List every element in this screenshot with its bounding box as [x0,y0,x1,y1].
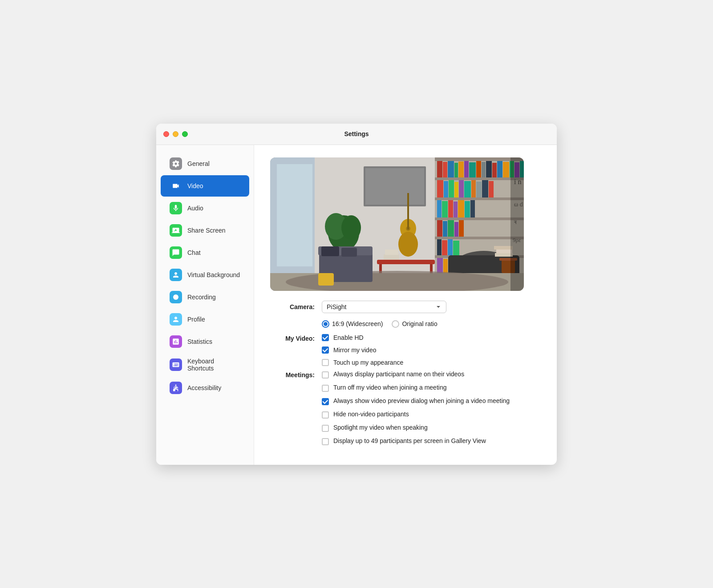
svg-rect-83 [495,253,513,257]
svg-rect-55 [453,241,459,255]
svg-rect-35 [464,181,471,197]
svg-rect-42 [448,200,453,217]
svg-rect-51 [459,220,464,237]
check-label-mirror: Mirror my video [333,346,376,354]
sidebar-item-keyboard-shortcuts[interactable]: Keyboard Shortcuts [161,353,249,376]
svg-rect-5 [277,164,312,266]
svg-rect-33 [454,182,458,197]
svg-rect-70 [407,193,409,230]
radio-label-original: Original ratio [402,320,437,327]
sidebar-item-label-profile: Profile [187,316,205,323]
svg-rect-19 [464,161,469,177]
svg-rect-89 [510,157,524,291]
meetings-option-spotlight: Spotlight my video when speaking [322,424,510,432]
camera-row: Camera: PiSight [270,301,541,313]
sidebar-item-label-virtual-background: Virtual Background [187,271,240,278]
svg-rect-36 [471,180,476,197]
svg-rect-60 [365,168,424,205]
sidebar: GeneralVideoAudioShare ScreenChatVirtual… [156,145,254,465]
sidebar-item-profile[interactable]: Profile [161,309,249,330]
sidebar-item-label-chat: Chat [187,249,201,256]
keyboard-shortcuts-icon [170,358,182,371]
minimize-button[interactable] [173,131,178,137]
sidebar-item-label-accessibility: Accessibility [187,384,221,391]
share-screen-icon [170,224,182,237]
sidebar-item-audio[interactable]: Audio [161,197,249,219]
check-label-enable-hd: Enable HD [333,334,364,341]
check-label-touch-up: Touch up my appearance [333,359,403,366]
accessibility-icon [170,382,182,394]
svg-text:ৰ: ৰ [514,219,517,226]
chat-icon [170,246,182,259]
profile-icon [170,313,182,326]
svg-rect-20 [469,162,476,177]
svg-rect-17 [454,163,458,177]
sidebar-item-chat[interactable]: Chat [161,242,249,263]
sidebar-item-accessibility[interactable]: Accessibility [161,377,249,399]
radio-label-widescreen: 16:9 (Widescreen) [332,320,383,327]
svg-text:i n: i n [514,178,521,185]
svg-rect-23 [486,161,492,177]
meetings-option-hide-nonvideo: Hide non-video participants [322,411,510,419]
checkbox-touch-up[interactable] [322,359,329,366]
checkbox-enable-hd[interactable] [322,334,329,341]
sidebar-item-label-keyboard-shortcuts: Keyboard Shortcuts [187,358,240,372]
svg-rect-30 [437,180,443,197]
svg-rect-82 [318,273,334,286]
sidebar-item-virtual-background[interactable]: Virtual Background [161,264,249,286]
checkbox-mirror[interactable] [322,346,329,354]
sidebar-item-label-recording: Recording [187,294,216,301]
svg-rect-43 [454,201,458,217]
svg-rect-16 [448,161,454,177]
close-button[interactable] [163,131,169,137]
svg-rect-84 [496,250,512,253]
checkbox-turn-off-video[interactable] [322,385,329,392]
camera-select[interactable]: PiSight [322,301,446,313]
sidebar-item-general[interactable]: General [161,153,249,174]
svg-rect-50 [454,222,458,237]
ratio-option-original[interactable]: Original ratio [392,320,437,328]
ratio-option-widescreen[interactable]: 16:9 (Widescreen) [322,320,383,328]
check-label-gallery-49: Display up to 49 participants per screen… [333,437,486,444]
checkbox-hide-nonvideo[interactable] [322,411,329,419]
camera-preview: i n ω d ৰ 9ρε [270,157,524,291]
recording-icon [170,291,182,303]
checkbox-display-name[interactable] [322,371,329,379]
sidebar-item-statistics[interactable]: Statistics [161,331,249,352]
sidebar-item-share-screen[interactable]: Share Screen [161,220,249,241]
svg-rect-52 [437,239,442,255]
svg-rect-26 [503,162,509,177]
sidebar-item-recording[interactable]: Recording [161,286,249,308]
ratio-row: 16:9 (Widescreen)Original ratio [322,320,541,328]
sidebar-item-label-share-screen: Share Screen [187,227,226,234]
maximize-button[interactable] [182,131,188,137]
svg-text:9ρε: 9ρε [513,237,521,243]
svg-point-71 [406,226,410,231]
svg-rect-49 [448,220,454,237]
sidebar-item-video[interactable]: Video [161,175,249,197]
check-label-spotlight: Spotlight my video when speaking [333,424,428,431]
meetings-option-display-name: Always display participant name on their… [322,371,510,379]
svg-rect-44 [458,200,464,217]
checkbox-show-preview[interactable] [322,398,329,405]
titlebar: Settings [156,124,557,145]
window-title: Settings [344,130,369,137]
audio-icon [170,202,182,214]
general-icon [170,157,182,170]
video-icon [170,180,182,192]
sidebar-item-label-general: General [187,160,210,167]
svg-rect-39 [489,181,494,197]
my-video-option-enable-hd: Enable HD [322,334,403,341]
svg-point-75 [341,215,361,240]
svg-rect-66 [384,254,399,260]
statistics-icon [170,335,182,348]
checkbox-spotlight[interactable] [322,425,329,432]
svg-rect-56 [437,258,443,273]
svg-rect-46 [470,200,475,217]
checkbox-gallery-49[interactable] [322,438,329,445]
svg-rect-40 [437,200,442,217]
svg-point-1 [175,384,177,386]
svg-rect-38 [482,180,488,197]
my-video-option-touch-up: Touch up my appearance [322,359,403,366]
meetings-option-show-preview: Always show video preview dialog when jo… [322,397,510,405]
